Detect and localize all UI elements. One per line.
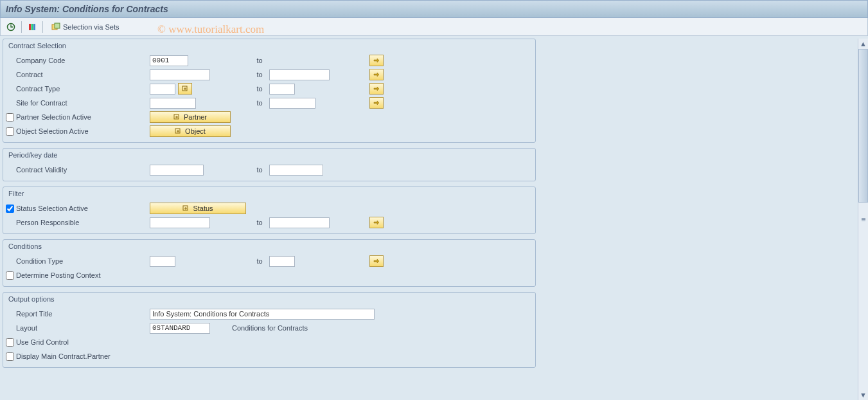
multi-select-site[interactable] [369, 97, 384, 109]
person-responsible-from[interactable] [150, 217, 210, 228]
contract-type-to[interactable] [269, 84, 295, 95]
label-contract-type: Contract Type [15, 85, 150, 93]
label-status-sel: Status Selection Active [15, 205, 150, 212]
title-bar: Info System: Conditions for Contracts [0, 0, 868, 18]
label-object-sel: Object Selection Active [15, 127, 150, 135]
group-title: Conditions [3, 240, 535, 254]
content-area: Contract Selection Company Code to Contr… [3, 39, 865, 397]
row-determine-posting-context: Determine Posting Context [3, 268, 535, 282]
label-contract: Contract [15, 71, 150, 78]
row-contract: Contract to [3, 68, 535, 82]
group-title: Period/key date [3, 149, 535, 163]
label-determine-posting: Determine Posting Context [15, 271, 150, 279]
row-layout: Layout Conditions for Contracts [3, 321, 535, 335]
svg-rect-5 [55, 23, 60, 28]
scroll-down-icon[interactable]: ▼ [859, 390, 868, 399]
app-toolbar: Selection via Sets [0, 18, 868, 36]
object-selection-active-checkbox[interactable] [6, 127, 14, 136]
label-display-main-partner: Display Main Contract.Partner [15, 352, 150, 360]
label-use-grid: Use Grid Control [15, 338, 150, 346]
contract-type-from[interactable] [150, 84, 175, 95]
row-partner-selection-active: Partner Selection Active Partner [3, 110, 535, 124]
svg-rect-3 [33, 24, 35, 30]
row-display-main-contract-partner: Display Main Contract.Partner [3, 349, 535, 363]
contract-from[interactable] [150, 69, 210, 80]
label-layout: Layout [15, 324, 150, 332]
multi-select-person[interactable] [369, 217, 384, 228]
scroll-track[interactable] [858, 49, 868, 390]
toolbar-separator [42, 21, 43, 33]
execute-icon[interactable] [4, 21, 17, 33]
to-label: to [250, 166, 269, 174]
svg-rect-2 [31, 24, 33, 30]
status-button[interactable]: Status [150, 203, 246, 214]
label-company-code: Company Code [15, 57, 150, 64]
sets-icon [51, 23, 60, 32]
row-status-selection-active: Status Selection Active Status [3, 201, 535, 215]
to-label: to [250, 257, 269, 265]
group-period: Period/key date Contract Validity to [3, 148, 536, 181]
layout-input[interactable] [150, 323, 210, 334]
condition-type-from[interactable] [150, 256, 175, 267]
multi-select-company-code[interactable] [369, 55, 384, 66]
determine-posting-context-checkbox[interactable] [6, 271, 14, 280]
selection-via-sets-label: Selection via Sets [63, 23, 119, 31]
label-contract-validity: Contract Validity [15, 166, 150, 174]
arrow-right-icon [373, 219, 380, 226]
site-for-contract-to[interactable] [269, 98, 315, 109]
row-condition-type: Condition Type to [3, 254, 535, 268]
multi-select-contract[interactable] [369, 69, 384, 80]
person-responsible-to[interactable] [269, 217, 330, 228]
arrow-right-icon [373, 71, 380, 78]
layout-description: Conditions for Contracts [227, 324, 533, 332]
page-title: Info System: Conditions for Contracts [6, 4, 168, 14]
site-for-contract-from[interactable] [150, 98, 196, 109]
group-title: Contract Selection [3, 39, 535, 53]
row-use-grid-control: Use Grid Control [3, 335, 535, 349]
scroll-thumb[interactable] [858, 49, 868, 203]
expand-icon [182, 205, 189, 212]
scroll-up-icon[interactable]: ▲ [859, 39, 868, 48]
group-filter: Filter Status Selection Active Status Pe… [3, 186, 536, 234]
display-main-contract-partner-checkbox[interactable] [6, 352, 14, 361]
partner-button[interactable]: Partner [150, 111, 231, 123]
scroll-grip-icon [859, 214, 868, 225]
group-output-options: Output options Report Title Layout Condi… [3, 292, 536, 368]
group-title: Filter [3, 187, 535, 201]
multi-select-contract-type[interactable] [369, 83, 384, 95]
multi-select-condition-type[interactable] [369, 255, 384, 267]
row-site-for-contract: Site for Contract to [3, 96, 535, 110]
group-contract-selection: Contract Selection Company Code to Contr… [3, 39, 536, 143]
selection-via-sets-button[interactable]: Selection via Sets [47, 21, 123, 33]
vertical-scrollbar[interactable]: ▲ ▼ [858, 39, 868, 400]
row-company-code: Company Code to [3, 53, 535, 68]
object-button[interactable]: Object [150, 125, 231, 137]
contract-validity-from[interactable] [150, 165, 204, 176]
to-label: to [250, 85, 269, 93]
status-selection-active-checkbox[interactable] [6, 205, 14, 213]
arrow-right-icon [373, 100, 380, 106]
row-contract-validity: Contract Validity to [3, 163, 535, 177]
contract-to[interactable] [269, 69, 330, 80]
partner-selection-active-checkbox[interactable] [6, 113, 14, 122]
report-title-input[interactable] [150, 309, 375, 320]
row-contract-type: Contract Type to [3, 82, 535, 96]
object-button-label: Object [185, 127, 206, 135]
to-label: to [250, 219, 269, 226]
variants-icon[interactable] [26, 21, 39, 33]
use-grid-control-checkbox[interactable] [6, 338, 14, 347]
expand-icon [175, 128, 181, 134]
arrow-right-icon [373, 57, 380, 64]
label-condition-type: Condition Type [15, 257, 150, 265]
company-code-from[interactable] [150, 55, 188, 66]
group-conditions: Conditions Condition Type to Determine P… [3, 239, 536, 287]
condition-type-to[interactable] [269, 256, 295, 267]
search-help-contract-type[interactable] [178, 83, 192, 95]
expand-icon [173, 114, 180, 120]
to-label: to [250, 71, 269, 78]
row-report-title: Report Title [3, 307, 535, 321]
label-site-for-contract: Site for Contract [15, 99, 150, 107]
status-button-label: Status [193, 205, 213, 212]
contract-validity-to[interactable] [269, 165, 323, 176]
row-person-responsible: Person Responsible to [3, 215, 535, 230]
